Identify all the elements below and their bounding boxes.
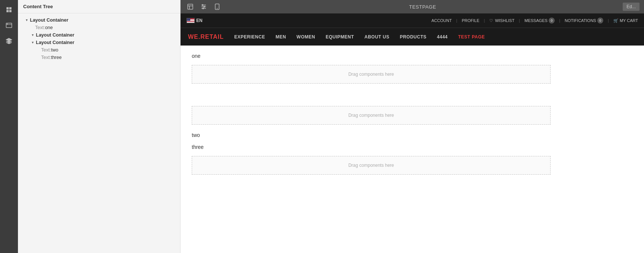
- heart-icon: ♡: [489, 18, 493, 23]
- top-toolbar: TESTPAGE Ed...: [181, 0, 644, 13]
- nav-item-women[interactable]: WOMEN: [296, 34, 315, 40]
- messages-link[interactable]: MESSAGES 0: [524, 18, 555, 24]
- cart-link[interactable]: 🛒 MY CART: [613, 18, 638, 23]
- svg-rect-5: [7, 24, 8, 25]
- tree-item-text-two[interactable]: Text: two: [18, 46, 180, 54]
- drag-zone-3[interactable]: Drag components here: [192, 156, 551, 175]
- layers-icon[interactable]: [2, 34, 16, 48]
- toolbar-edit-button[interactable]: Ed...: [623, 3, 640, 11]
- text-block-three: three: [192, 144, 633, 150]
- spacer-between: [192, 91, 633, 106]
- tree-item-layout-container-1[interactable]: ▾ Layout Container: [18, 16, 180, 24]
- tree-label-text-val-2: two: [51, 47, 58, 53]
- svg-rect-2: [6, 10, 9, 12]
- content-tree-header: Content Tree: [18, 0, 180, 13]
- drag-zone-1[interactable]: Drag components here: [192, 65, 551, 84]
- page-content: one Drag components here Drag components…: [181, 46, 644, 232]
- separator-5: |: [608, 18, 609, 23]
- header-links: ACCOUNT | PROFILE | ♡WISHLIST | MESSAGES…: [431, 18, 638, 24]
- content-tree-panel: Content Tree ▾ Layout Container Text: on…: [18, 0, 181, 253]
- nav-item-4444[interactable]: 4444: [437, 34, 448, 40]
- tree-label-text-key-3: Text:: [41, 55, 51, 60]
- assets-icon[interactable]: [2, 19, 16, 32]
- separator-2: |: [484, 18, 485, 23]
- tree-label-text-key-2: Text:: [41, 47, 51, 53]
- svg-rect-1: [9, 7, 12, 9]
- nav-item-products[interactable]: PRODUCTS: [400, 34, 426, 40]
- notifications-link[interactable]: NOTIFICATIONS 0: [565, 18, 603, 24]
- tree-item-text-three[interactable]: Text: three: [18, 54, 180, 61]
- main-area: TESTPAGE Ed... EN ACCOUNT | PROFILE | ♡W…: [181, 0, 644, 253]
- logo-we: WE.: [188, 34, 200, 40]
- svg-rect-0: [6, 7, 9, 9]
- separator-3: |: [519, 18, 520, 23]
- text-block-two: two: [192, 132, 633, 138]
- tree-body: ▾ Layout Container Text: one ▾ Layout Co…: [18, 13, 180, 64]
- text-block-one: one: [192, 53, 633, 59]
- tree-item-text-one[interactable]: Text: one: [18, 24, 180, 31]
- separator-1: |: [456, 18, 457, 23]
- svg-rect-6: [188, 4, 193, 9]
- nav-logo[interactable]: WE.RETAIL: [188, 34, 224, 40]
- drag-zone-2[interactable]: Drag components here: [192, 106, 551, 125]
- tree-label-text-val-3: three: [51, 55, 62, 60]
- logo-retail: RETAIL: [200, 34, 224, 40]
- chevron-icon-2: ▾: [30, 32, 35, 38]
- site-header: EN ACCOUNT | PROFILE | ♡WISHLIST | MESSA…: [181, 13, 644, 28]
- chevron-icon-1: ▾: [24, 18, 29, 23]
- nav-item-test-page[interactable]: TEST PAGE: [458, 34, 485, 40]
- tree-label-2: Layout Container: [36, 32, 74, 38]
- svg-point-10: [202, 4, 203, 6]
- notifications-badge: 0: [597, 18, 603, 24]
- svg-point-11: [204, 6, 205, 7]
- drag-placeholder-1: Drag components here: [348, 72, 394, 77]
- tree-label-3: Layout Container: [36, 40, 74, 45]
- account-link[interactable]: ACCOUNT: [431, 18, 452, 23]
- svg-rect-3: [9, 10, 12, 12]
- tree-label-text-key-1: Text:: [35, 25, 45, 30]
- lang-label: EN: [196, 18, 203, 23]
- preview-area: EN ACCOUNT | PROFILE | ♡WISHLIST | MESSA…: [181, 13, 644, 253]
- nav-item-experience[interactable]: EXPERIENCE: [234, 34, 265, 40]
- tree-label-1: Layout Container: [30, 18, 68, 23]
- sidebar-icons-panel: [0, 0, 18, 253]
- tree-item-layout-container-2[interactable]: ▾ Layout Container: [18, 31, 180, 39]
- nav-item-about-us[interactable]: ABOUT US: [364, 34, 389, 40]
- drag-placeholder-3: Drag components here: [348, 163, 394, 168]
- chevron-icon-3: ▾: [30, 40, 35, 45]
- tree-item-layout-container-3[interactable]: ▾ Layout Container: [18, 39, 180, 46]
- toolbar-title: TESTPAGE: [225, 4, 620, 10]
- svg-point-12: [203, 8, 204, 9]
- toolbar-layout-btn[interactable]: [185, 1, 195, 12]
- profile-link[interactable]: PROFILE: [462, 18, 479, 23]
- language-selector[interactable]: EN: [187, 18, 203, 23]
- toolbar-device-btn[interactable]: [212, 1, 222, 12]
- content-tree-icon[interactable]: [2, 3, 16, 16]
- site-nav: WE.RETAIL EXPERIENCE MEN WOMEN EQUIPMENT…: [181, 28, 644, 46]
- nav-item-men[interactable]: MEN: [275, 34, 286, 40]
- nav-item-equipment[interactable]: EQUIPMENT: [326, 34, 354, 40]
- drag-placeholder-2: Drag components here: [348, 113, 394, 118]
- separator-4: |: [559, 18, 560, 23]
- toolbar-sliders-btn[interactable]: [198, 1, 209, 12]
- wishlist-link[interactable]: ♡WISHLIST: [489, 18, 514, 23]
- messages-badge: 0: [549, 18, 555, 24]
- tree-label-text-val-1: one: [45, 25, 53, 30]
